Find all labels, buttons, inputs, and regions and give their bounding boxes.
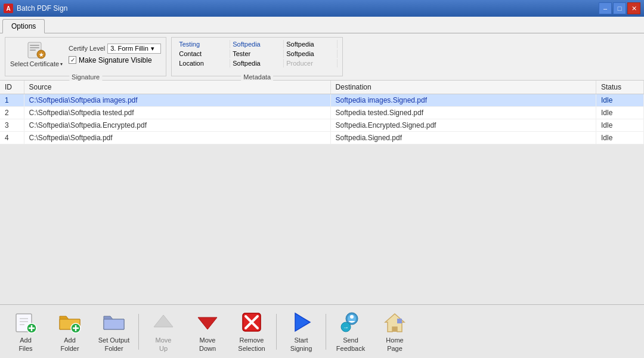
set-output-icon (102, 310, 126, 334)
divider-3 (326, 314, 326, 350)
svg-rect-1 (30, 45, 39, 46)
cell-id: 3 (0, 119, 24, 132)
cell-source: C:\Softpedia\Softpedia tested.pdf (24, 107, 330, 119)
signature-group: ★ Select Certificate ▾ Certify Level 3. (5, 37, 166, 76)
window-title: Batch PDF Sign (17, 4, 67, 13)
add-folder-label: AddFolder (60, 337, 79, 352)
start-signing-icon (289, 310, 313, 334)
svg-rect-29 (397, 319, 402, 323)
svg-text:★: ★ (39, 52, 44, 58)
cell-status: Idle (596, 94, 644, 107)
svg-marker-16 (154, 315, 173, 327)
remove-selection-icon (240, 310, 264, 334)
metadata-group: Testing Softpedia Softpedia Contact Test… (171, 37, 343, 76)
add-files-button[interactable]: AddFiles (5, 309, 47, 354)
move-down-label: MoveDown (199, 337, 216, 352)
move-down-icon (196, 310, 219, 334)
content-area: ID Source Destination Status 1 C:\Softpe… (0, 81, 644, 304)
move-up-label: MoveUp (156, 337, 172, 352)
add-folder-button[interactable]: AddFolder (49, 309, 91, 354)
toolbar-section: ★ Select Certificate ▾ Certify Level 3. (0, 33, 644, 81)
meta-softpedia-2: Softpedia (284, 40, 338, 48)
certificate-label: Certificate (30, 60, 60, 67)
certificate-icon: ★ (27, 40, 46, 59)
table-row[interactable]: 2 C:\Softpedia\Softpedia tested.pdf Soft… (0, 107, 644, 119)
meta-producer: Producer (284, 59, 338, 67)
cell-destination: Softpedia.Signed.pdf (330, 132, 596, 144)
cell-source: C:\Softpedia\Softpedia.pdf (24, 132, 330, 144)
cell-source: C:\Softpedia\Softpedia.Encrypted.pdf (24, 119, 330, 132)
minimize-button[interactable]: – (599, 2, 612, 14)
col-source: Source (24, 81, 330, 94)
bottom-toolbar: AddFiles AddFolder (0, 304, 644, 358)
table-row[interactable]: 4 C:\Softpedia\Softpedia.pdf Softpedia.S… (0, 132, 644, 144)
svg-rect-28 (392, 327, 397, 332)
home-page-icon (383, 310, 407, 334)
move-up-button: MoveUp (143, 309, 184, 354)
metadata-group-label: Metadata (241, 73, 273, 81)
col-status: Status (596, 81, 644, 94)
divider-2 (276, 314, 277, 350)
tab-options[interactable]: Options (2, 19, 45, 33)
move-up-icon (151, 310, 175, 334)
meta-softpedia-3: Softpedia (284, 50, 338, 58)
cell-id: 2 (0, 107, 24, 119)
set-output-label: Set OutputFolder (98, 337, 130, 352)
cell-source: C:\Softpedia\Softpedia images.pdf (24, 94, 330, 107)
add-files-label: AddFiles (18, 337, 32, 352)
send-feedback-button[interactable]: → SendFeedback (330, 309, 371, 354)
cell-destination: Softpedia images.Signed.pdf (330, 94, 596, 107)
cert-dropdown-arrow: ▾ (60, 61, 63, 67)
make-visible-checkbox[interactable]: ✓ (69, 56, 76, 64)
make-visible-label: Make Signature Visible (79, 56, 152, 64)
svg-marker-17 (198, 317, 217, 329)
table-row[interactable]: 1 C:\Softpedia\Softpedia images.pdf Soft… (0, 94, 644, 107)
svg-rect-3 (30, 50, 36, 51)
add-folder-icon (58, 310, 82, 334)
add-files-icon (14, 310, 38, 334)
certify-dropdown[interactable]: 3. Form Fillin ▾ (107, 44, 161, 54)
home-page-button[interactable]: HomePage (374, 309, 416, 354)
table-row[interactable]: 3 C:\Softpedia\Softpedia.Encrypted.pdf S… (0, 119, 644, 132)
select-certificate-button[interactable]: ★ Select Certificate ▾ (10, 40, 63, 67)
cell-status: Idle (596, 107, 644, 119)
set-output-folder-button[interactable]: Set OutputFolder (93, 309, 135, 354)
certify-label: Certify Level (69, 45, 105, 52)
tabs-bar: Options (0, 17, 644, 33)
meta-softpedia-4: Softpedia (230, 59, 284, 67)
app-icon: A (4, 4, 13, 13)
cell-destination: Softpedia.Encrypted.Signed.pdf (330, 119, 596, 132)
visible-row: ✓ Make Signature Visible (69, 56, 161, 64)
cell-id: 1 (0, 94, 24, 107)
certify-dropdown-arrow: ▾ (151, 45, 154, 53)
col-id: ID (0, 81, 24, 94)
meta-tester: Tester (230, 50, 284, 58)
meta-testing: Testing (177, 40, 230, 48)
svg-point-24 (350, 315, 354, 319)
move-down-button[interactable]: MoveDown (187, 309, 228, 354)
start-signing-button[interactable]: StartSigning (280, 309, 322, 354)
file-table: ID Source Destination Status 1 C:\Softpe… (0, 81, 644, 144)
divider-1 (138, 314, 139, 350)
main-window: Options ★ (0, 17, 644, 358)
svg-marker-21 (295, 313, 310, 331)
start-signing-label: StartSigning (290, 337, 312, 352)
certify-value: 3. Form Fillin (110, 45, 148, 52)
cell-destination: Softpedia tested.Signed.pdf (330, 107, 596, 119)
cell-status: Idle (596, 119, 644, 132)
select-label: Select (10, 60, 29, 67)
cell-status: Idle (596, 132, 644, 144)
home-page-label: HomePage (386, 337, 403, 352)
meta-contact: Contact (177, 50, 230, 58)
send-feedback-label: SendFeedback (336, 337, 365, 352)
cell-id: 4 (0, 132, 24, 144)
send-feedback-icon: → (339, 310, 363, 334)
remove-selection-label: RemoveSelection (238, 337, 265, 352)
meta-softpedia-1: Softpedia (230, 40, 284, 48)
remove-selection-button[interactable]: RemoveSelection (231, 309, 273, 354)
meta-location: Location (177, 59, 230, 67)
maximize-button[interactable]: □ (613, 2, 626, 14)
col-destination: Destination (330, 81, 596, 94)
signature-group-label: Signature (69, 73, 102, 81)
close-button[interactable]: ✕ (627, 2, 640, 14)
